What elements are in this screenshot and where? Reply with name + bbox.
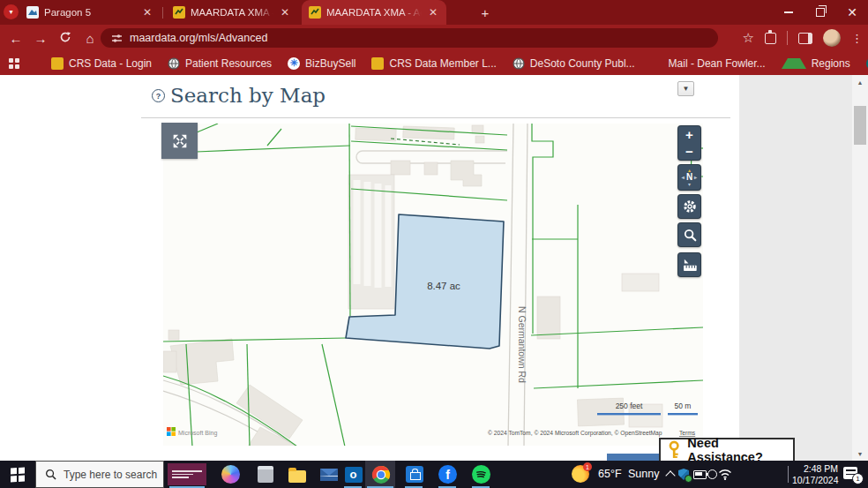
tray-ring-icon[interactable]	[707, 469, 717, 479]
profile-avatar[interactable]	[823, 29, 841, 47]
forward-icon[interactable]: →	[28, 31, 53, 46]
tray-overflow-icon[interactable]	[665, 470, 675, 480]
copilot-taskbar-icon[interactable]	[221, 464, 241, 484]
device-icon	[258, 466, 273, 483]
tab-close-icon[interactable]: ✕	[279, 6, 291, 19]
device-taskbar-icon[interactable]	[255, 464, 275, 484]
zoom-control[interactable]: + −	[677, 125, 701, 161]
ruler-icon	[681, 256, 699, 274]
rotate-right-icon[interactable]: ▸	[694, 174, 697, 181]
crs-icon	[51, 57, 64, 70]
store-bag-icon	[406, 466, 423, 483]
need-assistance-widget[interactable]: Need Assistance?	[659, 438, 795, 462]
taskbar-search-box[interactable]: Type here to search	[35, 461, 164, 488]
battery-icon[interactable]	[693, 470, 707, 479]
zoom-out-icon[interactable]: −	[685, 143, 693, 160]
facebook-icon: f	[438, 465, 457, 484]
compass-control[interactable]: ▴ ◂N▸ ▾	[677, 164, 701, 191]
regions-triangle-icon	[782, 58, 806, 69]
security-check-badge	[685, 475, 692, 483]
start-button[interactable]	[0, 461, 35, 488]
scroll-up-icon[interactable]: ▲	[852, 75, 868, 89]
tab-maardata-2-active[interactable]: MAARDATA XMA - Advanced S ✕	[302, 0, 446, 25]
chrome-taskbar-icon[interactable]	[370, 464, 391, 484]
file-explorer-taskbar-icon[interactable]	[287, 464, 307, 484]
bhhs-app-tile[interactable]	[168, 463, 206, 485]
scroll-down-icon[interactable]: ▼	[852, 447, 868, 461]
weather-condition[interactable]: Sunny	[628, 468, 659, 480]
tilt-down-icon[interactable]: ▾	[688, 181, 691, 188]
side-panel-icon[interactable]	[798, 33, 812, 44]
key-icon	[667, 439, 681, 461]
window-controls: ✕	[773, 0, 868, 25]
minimize-button[interactable]	[773, 0, 804, 25]
facebook-taskbar-icon[interactable]: f	[438, 464, 458, 484]
globe-icon	[513, 57, 525, 70]
bookmark-patient-resources[interactable]: Patient Resources	[168, 57, 272, 70]
bookmark-bizbuysell[interactable]: ✳BizBuySell	[288, 57, 355, 70]
tab-title: MAARDATA XMA - Advanced S	[191, 7, 273, 18]
extensions-icon[interactable]	[765, 33, 776, 44]
back-icon[interactable]: ←	[4, 31, 28, 46]
outlook-taskbar-icon[interactable]: o	[343, 464, 363, 484]
help-icon[interactable]: ?	[152, 89, 165, 102]
browser-tab-bar: ▾ Paragon 5 ✕ MAARDATA XMA - Advanced S …	[0, 0, 868, 25]
store-taskbar-icon[interactable]	[404, 464, 424, 484]
tab-close-icon[interactable]: ✕	[141, 6, 153, 19]
map-settings-button[interactable]	[677, 194, 701, 219]
taskbar-clock[interactable]: 2:48 PM 10/17/2024	[792, 463, 838, 485]
bing-logo-label: Microsoft Bing	[178, 430, 217, 437]
map-canvas[interactable]: 8.47 ac N Germantown Rd 250 feet 50 m © …	[163, 124, 703, 446]
scale-feet-label: 250 feet	[616, 402, 643, 410]
wifi-icon[interactable]	[718, 469, 732, 480]
page-right-margin	[739, 75, 852, 461]
map-search-button[interactable]	[677, 222, 701, 247]
collapse-panel-button[interactable]: ▼	[677, 81, 694, 96]
bookmark-desoto-county[interactable]: DeSoto County Publ...	[513, 57, 635, 70]
map-graphics: 8.47 ac N Germantown Rd 250 feet 50 m © …	[163, 124, 703, 446]
restore-icon	[816, 8, 825, 17]
search-icon	[45, 469, 56, 480]
road-name-label: N Germantown Rd	[517, 306, 528, 383]
rotate-left-icon[interactable]: ◂	[682, 174, 685, 181]
gear-icon	[682, 199, 698, 214]
site-settings-icon[interactable]	[111, 33, 123, 44]
tab-maardata-1[interactable]: MAARDATA XMA - Advanced S ✕	[166, 0, 298, 25]
paragon-favicon	[26, 6, 39, 19]
bookmark-star-icon[interactable]: ☆	[743, 30, 754, 46]
bookmark-crs-login[interactable]: CRS Data - Login	[51, 57, 152, 70]
search-placeholder: Type here to search	[64, 469, 157, 481]
zoom-in-icon[interactable]: +	[685, 126, 693, 143]
mail-taskbar-icon[interactable]	[318, 464, 339, 484]
tab-search-button[interactable]: ▾	[4, 4, 19, 19]
terms-link[interactable]: Terms	[679, 430, 696, 436]
page-scrollbar[interactable]: ▲ ▼	[852, 75, 868, 461]
new-tab-button[interactable]: +	[477, 4, 493, 20]
spotify-taskbar-icon[interactable]	[471, 464, 491, 484]
home-icon[interactable]: ⌂	[78, 31, 102, 46]
panel-divider	[141, 117, 730, 118]
reload-icon[interactable]	[53, 31, 78, 46]
measure-button[interactable]	[677, 252, 701, 277]
close-button[interactable]: ✕	[836, 0, 868, 25]
bookmark-mail[interactable]: Mail - Dean Fowler...	[651, 57, 766, 70]
weather-temp[interactable]: 65°F	[598, 468, 622, 480]
partially-hidden-button[interactable]	[607, 454, 667, 461]
scrollbar-thumb[interactable]	[854, 106, 866, 145]
fullscreen-button[interactable]	[161, 123, 198, 159]
bookmark-crs-member[interactable]: CRS Data Member L...	[371, 57, 496, 70]
microsoft-icon	[651, 57, 663, 69]
tab-title: MAARDATA XMA - Advanced S	[326, 7, 422, 18]
toolbar-right: ☆ ⋮	[743, 25, 863, 51]
menu-dots-icon[interactable]: ⋮	[851, 32, 863, 45]
page-content: ? Search by Map ▼	[0, 75, 868, 461]
tab-close-icon[interactable]: ✕	[427, 6, 439, 19]
minimize-icon	[784, 11, 793, 13]
tray-divider	[788, 466, 789, 483]
restore-button[interactable]	[804, 0, 836, 25]
tab-paragon[interactable]: Paragon 5 ✕	[19, 0, 161, 25]
tab-title: Paragon 5	[44, 7, 136, 18]
address-bar[interactable]: maardata.org/mls/Advanced	[101, 28, 718, 48]
bookmark-regions[interactable]: Regions	[782, 57, 850, 70]
apps-grid-icon[interactable]	[9, 58, 19, 69]
